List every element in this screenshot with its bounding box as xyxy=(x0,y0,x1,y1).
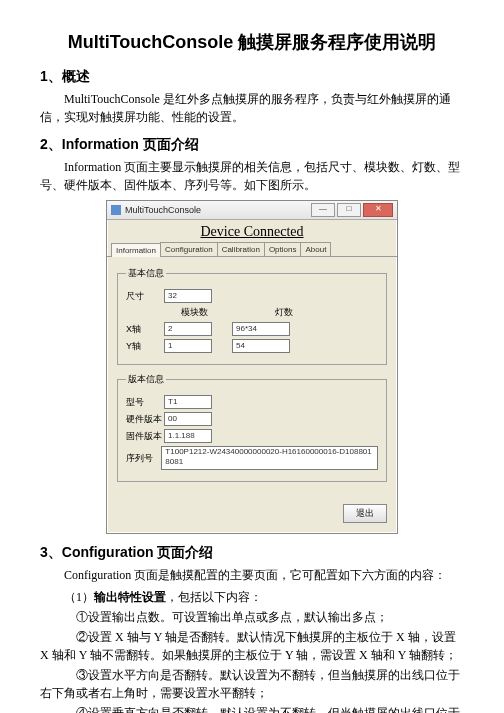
section-3-item1-1: ①设置输出点数。可设置输出单点或多点，默认输出多点； xyxy=(40,608,464,626)
col-header-lights: 灯数 xyxy=(254,306,314,319)
value-x-lights: 96*34 xyxy=(232,322,290,336)
group-basic-info: 基本信息 尺寸 32 模块数 灯数 X轴 2 96*34 xyxy=(117,267,387,365)
label-serial: 序列号 xyxy=(126,452,161,465)
close-button[interactable]: ✕ xyxy=(363,203,393,217)
tab-configuration[interactable]: Configuration xyxy=(160,242,218,256)
section-2-heading: 2、Information 页面介绍 xyxy=(40,136,464,154)
value-x-modules: 2 xyxy=(164,322,212,336)
app-window: MultiTouchConsole — □ ✕ Device Connected… xyxy=(106,200,398,534)
section-3-heading: 3、Configuration 页面介绍 xyxy=(40,544,464,562)
section-1-heading: 1、概述 xyxy=(40,68,464,86)
section-3-item1: （1）输出特性设置，包括以下内容： xyxy=(40,588,464,606)
section-3-lead: Configuration 页面是触摸配置的主要页面，它可配置如下六方面的内容： xyxy=(40,566,464,584)
label-xaxis: X轴 xyxy=(126,323,164,336)
maximize-button[interactable]: □ xyxy=(337,203,361,217)
value-serial: T100P1212-W24340000000020-H16160000016-D… xyxy=(161,446,378,470)
titlebar: MultiTouchConsole — □ ✕ xyxy=(107,201,397,220)
exit-button[interactable]: 退出 xyxy=(343,504,387,523)
doc-title: MultiTouchConsole 触摸屏服务程序使用说明 xyxy=(40,30,464,54)
value-size: 32 xyxy=(164,289,212,303)
value-y-lights: 54 xyxy=(232,339,290,353)
section-2-body: Information 页面主要显示触摸屏的相关信息，包括尺寸、模块数、灯数、型… xyxy=(40,158,464,194)
window-title: MultiTouchConsole xyxy=(125,205,311,215)
group-version-info: 版本信息 型号 T1 硬件版本 00 固件版本 1.1.188 序列号 xyxy=(117,373,387,482)
section-3-item1-4: ④设置垂直方向是否翻转。默认设置为不翻转，但当触摸屏的出线口位于左上角或者右上角… xyxy=(40,704,464,713)
tab-options[interactable]: Options xyxy=(264,242,302,256)
group-version-legend: 版本信息 xyxy=(126,373,166,386)
value-model: T1 xyxy=(164,395,212,409)
tab-bar: Information Configuration Calibration Op… xyxy=(107,242,397,257)
label-hw-version: 硬件版本 xyxy=(126,413,164,426)
section-1-body: MultiTouchConsole 是红外多点触摸屏的服务程序，负责与红外触摸屏… xyxy=(40,90,464,126)
label-size: 尺寸 xyxy=(126,290,164,303)
section-3-item1-3: ③设置水平方向是否翻转。默认设置为不翻转，但当触摸屏的出线口位于右下角或者右上角… xyxy=(40,666,464,702)
tab-about[interactable]: About xyxy=(300,242,331,256)
label-model: 型号 xyxy=(126,396,164,409)
label-fw-version: 固件版本 xyxy=(126,430,164,443)
col-header-modules: 模块数 xyxy=(164,306,224,319)
tab-information[interactable]: Information xyxy=(111,243,161,257)
value-y-modules: 1 xyxy=(164,339,212,353)
group-basic-legend: 基本信息 xyxy=(126,267,166,280)
app-icon xyxy=(111,205,121,215)
value-fw-version: 1.1.188 xyxy=(164,429,212,443)
tab-calibration[interactable]: Calibration xyxy=(217,242,265,256)
minimize-button[interactable]: — xyxy=(311,203,335,217)
value-hw-version: 00 xyxy=(164,412,212,426)
section-3-item1-2: ②设置 X 轴与 Y 轴是否翻转。默认情况下触摸屏的主板位于 X 轴，设置 X … xyxy=(40,628,464,664)
connection-banner: Device Connected xyxy=(107,220,397,242)
label-yaxis: Y轴 xyxy=(126,340,164,353)
